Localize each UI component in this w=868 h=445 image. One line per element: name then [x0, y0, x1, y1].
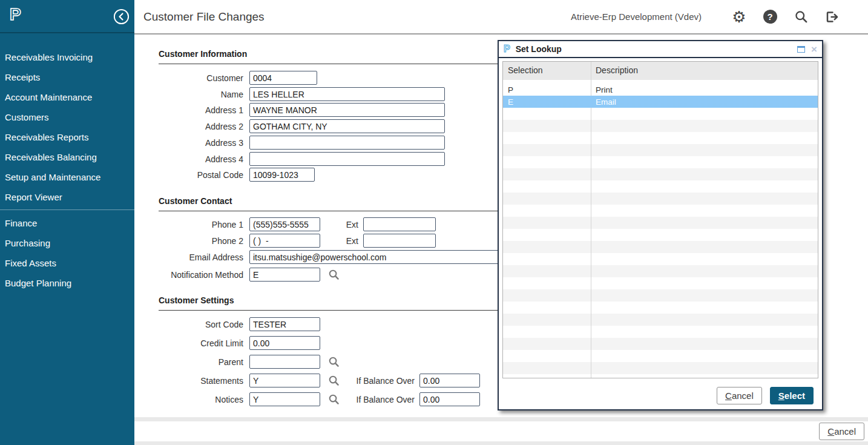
- address2-input[interactable]: [249, 119, 445, 133]
- notices-balance-input[interactable]: [419, 392, 480, 406]
- name-input[interactable]: [249, 87, 445, 101]
- customer-label: Customer: [134, 73, 243, 83]
- sidebar-item-report-viewer[interactable]: Report Viewer: [0, 187, 134, 207]
- sidebar-item-receivables-invoicing[interactable]: Receivables Invoicing: [0, 47, 134, 67]
- notices-label: Notices: [134, 395, 243, 404]
- customer-input[interactable]: [249, 71, 317, 85]
- sign-out-icon[interactable]: [824, 10, 840, 24]
- phone2-label: Phone 2: [134, 236, 243, 246]
- sidebar-item-purchasing[interactable]: Purchasing: [0, 233, 134, 253]
- notices-lookup-magnifier-icon[interactable]: [328, 394, 340, 405]
- email-input[interactable]: [249, 250, 499, 264]
- page-cancel-button[interactable]: Cancel: [819, 423, 864, 440]
- sort-code-input[interactable]: [249, 317, 320, 331]
- sidebar-item-receipts[interactable]: Receipts: [0, 67, 134, 87]
- address1-label: Address 1: [134, 105, 243, 115]
- sidebar-divider: [0, 209, 134, 210]
- sidebar-item-customers[interactable]: Customers: [0, 107, 134, 127]
- help-icon[interactable]: ?: [762, 10, 778, 24]
- lookup-row-email-selected[interactable]: E Email: [503, 96, 818, 108]
- notification-method-label: Notification Method: [134, 270, 243, 280]
- statements-label: Statements: [134, 376, 243, 386]
- address2-label: Address 2: [134, 122, 243, 131]
- dialog-titlebar[interactable]: P Set Lookup ×: [499, 41, 822, 58]
- notices-balance-label: If Balance Over: [346, 395, 415, 404]
- statements-lookup-magnifier-icon[interactable]: [328, 375, 340, 386]
- powerschool-logo-small: P: [504, 44, 510, 54]
- topbar: Customer File Changes Atrieve-Erp Develo…: [134, 0, 868, 35]
- statements-input[interactable]: [249, 374, 320, 387]
- app-window: P Receivables Invoicing Receipts Account…: [0, 0, 868, 445]
- lookup-table: Selection Description P Print E Email: [502, 61, 818, 378]
- statements-balance-label: If Balance Over: [346, 376, 415, 386]
- column-header-selection: Selection: [503, 65, 591, 80]
- phone2-ext-input[interactable]: [363, 234, 436, 248]
- lookup-table-header: Selection Description: [503, 62, 818, 80]
- parent-lookup-magnifier-icon[interactable]: [328, 356, 340, 368]
- phone2-ext-label: Ext: [320, 236, 358, 246]
- phone1-ext-input[interactable]: [363, 217, 436, 231]
- phone1-input[interactable]: [249, 217, 320, 231]
- email-label: Email Address: [134, 252, 243, 262]
- phone1-ext-label: Ext: [320, 220, 358, 229]
- postal-code-label: Postal Code: [134, 170, 243, 180]
- address1-input[interactable]: [249, 103, 445, 117]
- column-header-description: Description: [591, 65, 638, 80]
- set-lookup-dialog: P Set Lookup × Selection Description P P…: [498, 40, 823, 410]
- notification-method-input[interactable]: [249, 268, 320, 282]
- sidebar: P Receivables Invoicing Receipts Account…: [0, 0, 134, 445]
- name-label: Name: [134, 90, 243, 99]
- parent-label: Parent: [134, 357, 243, 367]
- sidebar-header: P: [0, 0, 134, 33]
- lookup-row-print[interactable]: P Print: [503, 84, 818, 96]
- phone1-label: Phone 1: [134, 220, 243, 229]
- powerschool-logo: P: [10, 5, 21, 24]
- maximize-icon[interactable]: [797, 46, 805, 53]
- lookup-empty-rows: [503, 108, 818, 378]
- search-icon[interactable]: [793, 10, 809, 24]
- dialog-select-button[interactable]: Select: [770, 387, 814, 404]
- gear-icon[interactable]: ⚙: [731, 9, 747, 25]
- close-icon[interactable]: ×: [811, 44, 817, 54]
- sidebar-item-receivables-balancing[interactable]: Receivables Balancing: [0, 147, 134, 167]
- address4-input[interactable]: [249, 152, 445, 166]
- dialog-title: Set Lookup: [516, 44, 562, 54]
- statements-balance-input[interactable]: [419, 374, 480, 387]
- page-title: Customer File Changes: [143, 10, 265, 24]
- parent-input[interactable]: [249, 355, 320, 369]
- postal-code-input[interactable]: [249, 168, 315, 182]
- credit-limit-input[interactable]: [249, 336, 320, 350]
- environment-label: Atrieve-Erp Development (Vdev): [571, 12, 702, 22]
- address4-label: Address 4: [134, 154, 243, 164]
- sidebar-item-account-maintenance[interactable]: Account Maintenance: [0, 87, 134, 107]
- phone2-input[interactable]: [249, 234, 320, 248]
- notices-input[interactable]: [249, 392, 320, 406]
- notification-method-lookup-magnifier-icon[interactable]: [328, 269, 340, 280]
- dialog-cancel-button[interactable]: Cancel: [717, 387, 762, 404]
- sidebar-item-finance[interactable]: Finance: [0, 213, 134, 233]
- sidebar-item-receivables-reports[interactable]: Receivables Reports: [0, 127, 134, 147]
- page-footer: Cancel: [134, 421, 868, 441]
- sidebar-item-fixed-assets[interactable]: Fixed Assets: [0, 253, 134, 273]
- collapse-sidebar-icon[interactable]: [113, 8, 130, 25]
- sidebar-item-setup-and-maintenance[interactable]: Setup and Maintenance: [0, 167, 134, 187]
- sidebar-nav: Receivables Invoicing Receipts Account M…: [0, 33, 134, 293]
- dialog-footer: Cancel Select: [717, 387, 814, 404]
- credit-limit-label: Credit Limit: [134, 338, 243, 348]
- address3-input[interactable]: [249, 136, 445, 150]
- address3-label: Address 3: [134, 138, 243, 148]
- sort-code-label: Sort Code: [134, 320, 243, 329]
- sidebar-item-budget-planning[interactable]: Budget Planning: [0, 273, 134, 293]
